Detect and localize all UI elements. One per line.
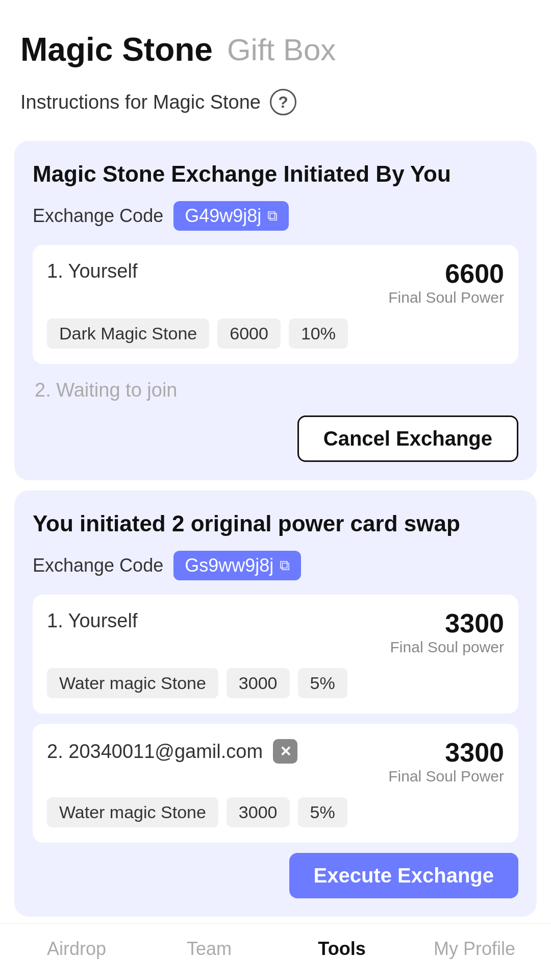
card2-soul-power-label-2: Final Soul Power [388, 768, 504, 785]
card2-p1-tag-amount: 3000 [227, 668, 290, 698]
nav-tools-label: Tools [318, 938, 365, 960]
card1-participant1-name: 1. Yourself [47, 260, 137, 282]
card2-participant1-box: 1. Yourself 3300 Final Soul power Water … [33, 595, 518, 714]
card2-participant2-tags: Water magic Stone 3000 5% [47, 797, 504, 827]
card1-copy-icon[interactable]: ⧉ [267, 208, 278, 225]
card2-p1-tag-percent: 5% [298, 668, 347, 698]
card2-participant2-name-row: 2. 20340011@gamil.com ✕ [47, 739, 297, 764]
nav-team-label: Team [187, 938, 232, 960]
help-icon[interactable]: ? [270, 89, 296, 115]
card2-p2-tag-percent: 5% [298, 797, 347, 827]
card2-exchange-code-badge[interactable]: Gs9ww9j8j ⧉ [173, 551, 301, 580]
card2-exchange-code-value: Gs9ww9j8j [185, 555, 273, 576]
card1-exchange-code-value: G49w9j8j [185, 205, 261, 227]
card1-participant1-tags: Dark Magic Stone 6000 10% [47, 318, 504, 349]
card2-participant1-tags: Water magic Stone 3000 5% [47, 668, 504, 698]
card1-participant2-waiting: 2. Waiting to join [33, 374, 518, 411]
exchange-card-1: Magic Stone Exchange Initiated By You Ex… [14, 141, 537, 480]
card1-soul-power-block: 6600 Final Soul Power [388, 260, 504, 306]
card2-p2-tag-amount: 3000 [227, 797, 290, 827]
card1-participant1-header: 1. Yourself 6600 Final Soul Power [47, 260, 504, 306]
card2-exchange-code-row: Exchange Code Gs9ww9j8j ⧉ [33, 551, 518, 580]
card2-soul-power-block-2: 3300 Final Soul Power [388, 739, 504, 785]
card2-exchange-code-label: Exchange Code [33, 555, 163, 576]
gift-box-link[interactable]: Gift Box [227, 32, 336, 67]
instructions-row: Instructions for Magic Stone ? [0, 79, 551, 131]
card1-exchange-code-label: Exchange Code [33, 205, 163, 227]
card2-soul-power-number-1: 3300 [390, 610, 504, 636]
header: Magic Stone Gift Box [0, 0, 551, 79]
card2-soul-power-block-1: 3300 Final Soul power [390, 610, 504, 656]
card2-soul-power-number-2: 3300 [388, 739, 504, 766]
card1-participant2-name: 2. Waiting to join [35, 379, 178, 401]
page-title: Magic Stone [20, 31, 213, 68]
card2-title: You initiated 2 original power card swap [33, 511, 518, 536]
card2-participant1-name: 1. Yourself [47, 610, 137, 632]
card2-copy-icon[interactable]: ⧉ [280, 557, 290, 574]
card1-title: Magic Stone Exchange Initiated By You [33, 161, 518, 187]
card2-p1-tag-stone: Water magic Stone [47, 668, 218, 698]
card1-exchange-code-badge[interactable]: G49w9j8j ⧉ [173, 201, 289, 231]
instructions-label: Instructions for Magic Stone [20, 91, 261, 113]
card1-participant1-box: 1. Yourself 6600 Final Soul Power Dark M… [33, 245, 518, 364]
nav-item-airdrop[interactable]: Airdrop [10, 938, 143, 960]
exchange-card-2: You initiated 2 original power card swap… [14, 491, 537, 917]
card1-tag-percent: 10% [289, 318, 348, 349]
bottom-nav: Airdrop Team Tools My Profile [0, 923, 551, 980]
card2-p2-tag-stone: Water magic Stone [47, 797, 218, 827]
card2-soul-power-label-1: Final Soul power [390, 639, 504, 656]
card1-soul-power-label: Final Soul Power [388, 289, 504, 306]
execute-exchange-button[interactable]: Execute Exchange [289, 853, 519, 898]
nav-airdrop-label: Airdrop [47, 938, 106, 960]
card1-tag-stone: Dark Magic Stone [47, 318, 209, 349]
nav-item-tools[interactable]: Tools [276, 938, 408, 960]
card2-participant2-name: 2. 20340011@gamil.com [47, 741, 263, 763]
remove-participant-button[interactable]: ✕ [273, 739, 297, 764]
card1-soul-power-number: 6600 [388, 260, 504, 287]
card2-participant2-header: 2. 20340011@gamil.com ✕ 3300 Final Soul … [47, 739, 504, 785]
card2-participant2-box: 2. 20340011@gamil.com ✕ 3300 Final Soul … [33, 724, 518, 843]
nav-item-my-profile[interactable]: My Profile [408, 938, 541, 960]
card1-exchange-code-row: Exchange Code G49w9j8j ⧉ [33, 201, 518, 231]
cancel-exchange-button[interactable]: Cancel Exchange [297, 415, 518, 462]
card2-participant1-header: 1. Yourself 3300 Final Soul power [47, 610, 504, 656]
nav-item-team[interactable]: Team [143, 938, 276, 960]
nav-my-profile-label: My Profile [434, 938, 515, 960]
card1-tag-amount: 6000 [217, 318, 281, 349]
